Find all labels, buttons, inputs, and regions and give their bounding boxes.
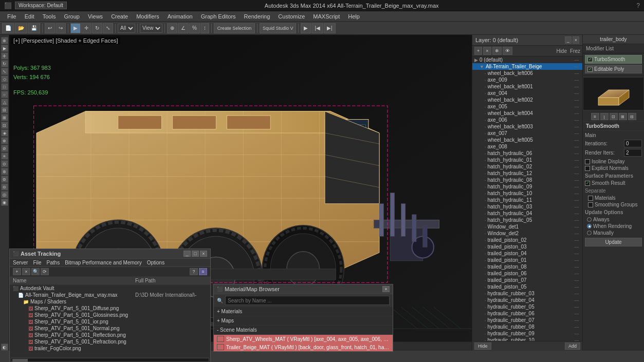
mod-icon-2[interactable]: | <box>600 113 609 120</box>
toolbar-render-setup[interactable]: Create Selection <box>214 23 255 33</box>
left-tool-2[interactable]: ▶ <box>1 45 8 52</box>
asset-menu-file[interactable]: File <box>33 260 41 265</box>
editable-poly-checkbox[interactable]: ✓ <box>587 67 593 72</box>
modifier-editable-poly[interactable]: ✓ Editable Poly <box>585 65 642 73</box>
layer-item[interactable]: ·axe_008— <box>472 143 582 150</box>
layer-visibility-icon[interactable]: — <box>573 84 580 89</box>
smooth-result-checkbox[interactable]: ✓ <box>585 181 590 186</box>
layer-visibility-icon[interactable]: — <box>573 218 580 223</box>
layer-item[interactable]: ·hatch_hydraulic_09— <box>472 183 582 190</box>
layer-item[interactable]: ·hatch_hydraulic_04— <box>472 210 582 217</box>
toolbar-select[interactable]: ▶ <box>70 23 81 33</box>
manually-radio[interactable] <box>587 231 592 235</box>
layer-visibility-icon[interactable]: — <box>573 258 580 263</box>
toolbar-spinner-snap[interactable]: ⫶ <box>200 23 209 33</box>
menu-animation[interactable]: Animation <box>163 13 197 20</box>
left-tool-15[interactable]: ⊘ <box>1 145 8 152</box>
layer-visibility-icon[interactable]: — <box>573 325 580 330</box>
asset-list-item[interactable]: 🖼Sherp_ATV_Part_5_001_Glossiness.png <box>10 312 210 318</box>
workspace-selector[interactable]: Workspace: Default <box>15 2 67 9</box>
layers-minimize[interactable]: _ <box>565 36 572 44</box>
menu-rendering[interactable]: Rendering <box>240 13 274 20</box>
layer-item[interactable]: ·trailed_piston_03— <box>472 243 582 250</box>
layer-item[interactable]: ·hatch_hydraulic_12— <box>472 170 582 177</box>
asset-menu-options[interactable]: Options <box>147 260 164 265</box>
mod-icon-1[interactable]: ≡ <box>591 113 599 120</box>
toolbar-redo[interactable]: ↪ <box>56 23 66 33</box>
always-radio[interactable] <box>587 217 592 222</box>
viewport-type-select[interactable]: View <box>140 24 162 33</box>
layer-item[interactable]: ·wheel_back_left003— <box>472 123 582 130</box>
mod-icon-5[interactable]: ⊟ <box>628 113 636 120</box>
layer-item[interactable]: ·wheel_back_left005— <box>472 137 582 143</box>
layer-visibility-icon[interactable]: — <box>573 318 580 323</box>
layer-visibility-icon[interactable]: — <box>573 164 580 169</box>
asset-list-item[interactable]: 🖼Sherp_ATV_Part_5_001_Normal.png <box>10 325 210 332</box>
layer-item[interactable]: ·trailed_piston_08— <box>472 263 582 270</box>
modifier-turbosmooh[interactable]: ✓ TurboSmooth <box>585 55 642 64</box>
layer-visibility-icon[interactable]: — <box>573 144 580 149</box>
layer-item[interactable]: ·hydraulic_rubber_07— <box>472 317 582 323</box>
layers-close[interactable]: × <box>573 36 579 44</box>
left-tool-9[interactable]: △ <box>1 99 8 106</box>
layer-item[interactable]: ·trailed_piston_05— <box>472 283 582 290</box>
toolbar-select-filter[interactable]: All <box>118 24 135 33</box>
layer-visibility-icon[interactable]: — <box>573 244 580 250</box>
toolbar-open[interactable]: 📂 <box>15 23 27 33</box>
left-tool-16[interactable]: ≡ <box>1 153 8 160</box>
layer-item[interactable]: ·trailed_piston_04— <box>472 250 582 257</box>
menu-customize[interactable]: Customize <box>274 13 309 20</box>
layer-item[interactable]: ·hydraulic_rubber_04— <box>472 297 582 303</box>
toolbar-angle-snap[interactable]: ∠ <box>178 23 189 33</box>
asset-list-item[interactable]: 🖼Sherp_ATV_Part_5_001_Diffuse.png <box>10 305 210 312</box>
layer-item[interactable]: ·hatch_hydraulic_11— <box>472 197 582 203</box>
toolbar-undo[interactable]: ↩ <box>45 23 55 33</box>
layer-item[interactable]: ·hydraulic_rubber_06— <box>472 310 582 317</box>
left-tool-19[interactable]: ⊜ <box>1 176 8 183</box>
menu-modifiers[interactable]: Modifiers <box>132 13 163 20</box>
layer-visibility-icon[interactable]: — <box>573 158 580 163</box>
layer-item[interactable]: ▼All-Terrain_Trailer_Beige— <box>472 63 582 70</box>
menu-group[interactable]: Group <box>60 13 84 20</box>
asset-menu-bitmap[interactable]: Bitmap Performance and Memory <box>65 260 142 265</box>
left-tool-18[interactable]: ⊛ <box>1 168 8 175</box>
left-tool-1[interactable]: ⊕ <box>1 37 8 44</box>
layer-visibility-icon[interactable]: — <box>573 298 580 303</box>
menu-graph-editors[interactable]: Graph Editors <box>197 13 240 20</box>
layer-visibility-icon[interactable]: — <box>573 291 580 296</box>
isoline-checkbox[interactable] <box>585 159 590 164</box>
layers-add-btn[interactable]: Add <box>565 342 580 350</box>
layer-item[interactable]: ·trailed_piston_07— <box>472 277 582 283</box>
mod-icon-4[interactable]: ⊞ <box>619 113 627 120</box>
left-tool-7[interactable]: □ <box>1 83 8 90</box>
layer-item[interactable]: ·hatch_hydraulic_08— <box>472 177 582 183</box>
asset-list-item[interactable]: 🖼Sherp_ATV_Part_5_001_Reflection.png <box>10 332 210 338</box>
toolbar-percent-snap[interactable]: % <box>189 23 200 33</box>
menu-views[interactable]: Views <box>84 13 107 20</box>
asset-list-item[interactable]: 🖼trailer_FogColor.png <box>10 345 210 352</box>
toolbar-move[interactable]: ✛ <box>81 23 91 33</box>
layer-visibility-icon[interactable]: — <box>573 191 580 196</box>
render-iters-input[interactable] <box>624 149 642 157</box>
left-tool-6[interactable]: ◇ <box>1 75 8 83</box>
layer-item[interactable]: ·Window_det2— <box>472 230 582 237</box>
toolbar-next[interactable]: ▶| <box>324 23 336 33</box>
layer-visibility-icon[interactable]: — <box>573 91 580 96</box>
scene-material-item[interactable]: Trailer_Beige_MAT ( VRayMtl ) [back_door… <box>214 343 393 351</box>
layer-item[interactable]: ·Window_det1— <box>472 223 582 230</box>
maps-section-toggle[interactable]: + Maps <box>214 316 393 326</box>
asset-menu-server[interactable]: Server <box>13 260 28 265</box>
layer-visibility-icon[interactable]: — <box>573 224 580 230</box>
menu-tools[interactable]: Tools <box>39 13 60 20</box>
layer-visibility-icon[interactable]: — <box>573 251 580 256</box>
menu-help[interactable]: Help <box>344 13 364 20</box>
layer-visibility-icon[interactable]: — <box>573 304 580 310</box>
scene-material-item[interactable]: Sherp_ATV_Wheels_MAT ( VRayMtl ) [axe_00… <box>214 335 393 343</box>
left-tool-4[interactable]: ↻ <box>1 60 8 67</box>
layer-visibility-icon[interactable]: — <box>573 171 580 176</box>
layer-item[interactable]: ·hatch_hydraulic_01— <box>472 157 582 163</box>
layer-visibility-icon[interactable]: — <box>573 311 580 316</box>
layer-item[interactable]: ·hydraulic_rubber_09— <box>472 330 582 337</box>
layer-visibility-icon[interactable]: — <box>573 151 580 156</box>
layer-item[interactable]: ·wheel_back_left001— <box>472 83 582 90</box>
